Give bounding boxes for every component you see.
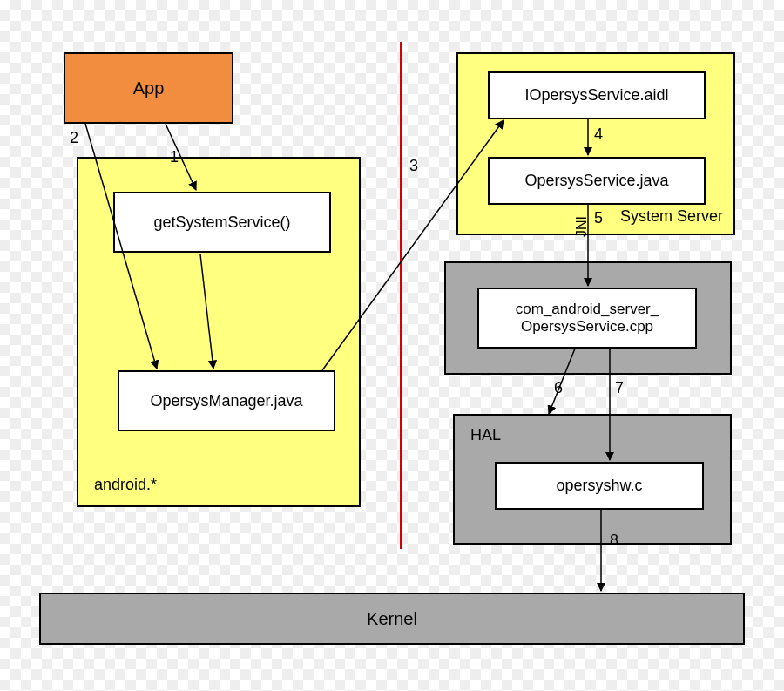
node-opersyshw-c-label: opersyshw.c <box>556 477 642 495</box>
node-iopersys-aidl-label: IOpersysService.aidl <box>524 86 668 105</box>
edge-label-7: 7 <box>615 379 624 398</box>
group-hal-label: HAL <box>470 426 501 445</box>
edge-label-5: 5 <box>594 209 603 228</box>
node-get-system-service: getSystemService() <box>113 192 331 253</box>
edge-label-3: 3 <box>409 157 418 176</box>
node-opersyshw-c: opersyshw.c <box>495 462 704 510</box>
node-jni-cpp-label2: OpersysService.cpp <box>521 318 653 335</box>
node-iopersys-aidl: IOpersysService.aidl <box>488 71 706 119</box>
diagram-stage: android.* System Server HAL Kernel App g… <box>0 0 784 691</box>
node-jni-cpp-label1: com_android_server_ <box>516 301 659 318</box>
edge-label-8: 8 <box>610 532 618 551</box>
edge-label-2: 2 <box>70 129 78 148</box>
node-kernel-label: Kernel <box>367 609 417 629</box>
node-opersys-service-java: OpersysService.java <box>488 157 706 205</box>
node-get-system-service-label: getSystemService() <box>153 213 290 232</box>
node-jni-cpp: com_android_server_ OpersysService.cpp <box>477 288 697 349</box>
group-android-star-label: android.* <box>94 476 157 495</box>
edge-label-4: 4 <box>594 125 603 145</box>
edge-label-6: 6 <box>554 379 563 398</box>
edge-label-1: 1 <box>170 148 179 167</box>
node-opersys-manager-label: OpersysManager.java <box>150 392 302 410</box>
group-system-server-label: System Server <box>620 207 723 227</box>
node-kernel: Kernel <box>39 593 745 645</box>
label-jni-vertical: JNI <box>573 216 590 237</box>
node-app: App <box>64 52 233 124</box>
node-app-label: App <box>133 78 165 98</box>
node-opersys-service-java-label: OpersysService.java <box>524 172 668 190</box>
node-opersys-manager: OpersysManager.java <box>118 370 335 431</box>
